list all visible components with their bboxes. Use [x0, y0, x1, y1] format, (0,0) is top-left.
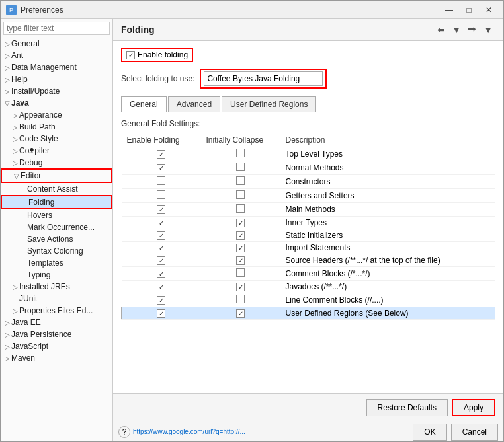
sidebar-item-install-update[interactable]: ▷ Install/Update — [1, 85, 112, 97]
sidebar-item-typing[interactable]: Typing — [1, 269, 112, 281]
sidebar-label: Save Actions — [27, 235, 73, 244]
enable-folding-checkbox[interactable] — [126, 51, 135, 59]
enable-checkbox[interactable] — [157, 219, 165, 227]
content-area: ▷ General ▷ Ant ▷ Data Management ▷ Help… — [1, 19, 503, 441]
restore-defaults-button[interactable]: Restore Defaults — [366, 399, 448, 416]
sidebar-item-folding[interactable]: Folding — [1, 195, 112, 209]
title-bar-left: P Preferences — [6, 5, 63, 15]
title-controls: — □ ✕ — [440, 3, 498, 17]
sidebar-item-appearance[interactable]: ▷ Appearance — [1, 109, 112, 121]
filter-input[interactable] — [3, 22, 110, 35]
collapse-checkbox[interactable] — [236, 204, 245, 213]
sidebar-item-help[interactable]: ▷ Help — [1, 73, 112, 85]
sidebar-item-hovers[interactable]: Hovers — [1, 209, 112, 221]
folding-dropdown-box: Coffee Bytes Java Folding — [200, 69, 327, 89]
sidebar-item-syntax-coloring[interactable]: Syntax Coloring — [1, 245, 112, 257]
help-button[interactable]: ? — [118, 426, 130, 438]
collapse-checkbox[interactable] — [236, 295, 245, 303]
enable-checkbox[interactable] — [157, 256, 165, 265]
sidebar-item-java-ee[interactable]: ▷ Java EE — [1, 316, 112, 328]
apply-button[interactable]: Apply — [452, 399, 495, 416]
sidebar-item-maven[interactable]: ▷ Maven — [1, 352, 112, 364]
sidebar-label: Content Assist — [27, 184, 78, 194]
sidebar-label: Editor — [21, 171, 41, 180]
enable-checkbox[interactable] — [157, 164, 165, 172]
sidebar-item-compiler[interactable]: ▷ Coᴥpiler — [1, 145, 112, 157]
table-row: Top Level Types — [122, 147, 495, 161]
sidebar-label: Install/Update — [11, 87, 60, 96]
enable-checkbox[interactable] — [157, 283, 165, 291]
collapse-checkbox[interactable] — [236, 283, 245, 291]
arrow-icon: ▷ — [3, 76, 11, 83]
sidebar-item-content-assist[interactable]: Content Assist — [1, 183, 112, 195]
sidebar-item-junit[interactable]: JUnit — [1, 293, 112, 305]
panel-body: Enable folding Select folding to use: Co… — [113, 41, 503, 393]
maximize-button[interactable]: □ — [460, 3, 478, 17]
sidebar-item-editor[interactable]: ▽ Editor — [1, 168, 112, 183]
sidebar-item-mark-occurrences[interactable]: Mark Occurrence... — [1, 221, 112, 233]
collapse-checkbox[interactable] — [236, 244, 245, 252]
table-row: Constructors — [122, 175, 495, 189]
cell-description: Import Statements — [280, 242, 495, 254]
arrow-expand-icon: ▽ — [13, 172, 21, 180]
enable-checkbox[interactable] — [157, 205, 165, 214]
sidebar-item-data-management[interactable]: ▷ Data Management — [1, 61, 112, 73]
collapse-checkbox[interactable] — [236, 176, 245, 185]
ok-button[interactable]: OK — [413, 424, 446, 441]
enable-folding-row: Enable folding — [121, 48, 495, 62]
sidebar-item-java[interactable]: ▽ Java — [1, 97, 112, 109]
table-row: Inner Types — [122, 217, 495, 229]
collapse-checkbox[interactable] — [236, 190, 245, 199]
cancel-button[interactable]: Cancel — [451, 424, 498, 441]
enable-checkbox[interactable] — [157, 244, 165, 252]
collapse-checkbox[interactable] — [236, 231, 245, 240]
sidebar-item-general[interactable]: ▷ General — [1, 38, 112, 50]
tab-general-label: General — [130, 100, 158, 109]
nav-forward-button[interactable]: ⮕ — [465, 23, 480, 36]
enable-checkbox[interactable] — [157, 176, 165, 185]
arrow-icon: ▷ — [3, 355, 11, 362]
collapse-checkbox[interactable] — [236, 268, 245, 277]
enable-checkbox[interactable] — [157, 190, 165, 199]
panel-header: Folding ⬅ ▼ ⮕ ▼ — [113, 19, 503, 41]
sidebar-item-properties-files[interactable]: ▷ Properties Files Ed... — [1, 305, 112, 316]
enable-checkbox[interactable] — [157, 270, 165, 278]
sidebar-item-javascript[interactable]: ▷ JavaScript — [1, 340, 112, 352]
collapse-checkbox[interactable] — [236, 219, 245, 227]
nav-dropdown-button[interactable]: ▼ — [449, 23, 464, 36]
enable-checkbox[interactable] — [157, 150, 165, 159]
sidebar-item-java-persistence[interactable]: ▷ Java Persistence — [1, 328, 112, 340]
sidebar-item-build-path[interactable]: ▷ Build Path — [1, 121, 112, 133]
nav-back-button[interactable]: ⬅ — [435, 23, 448, 36]
arrow-icon: ▷ — [11, 159, 19, 166]
table-row: Line Comment Blocks (//....) — [122, 293, 495, 307]
minimize-button[interactable]: — — [440, 3, 458, 17]
table-row: Normal Methods — [122, 161, 495, 175]
enable-folding-label: Enable folding — [138, 50, 188, 59]
enable-checkbox[interactable] — [157, 309, 165, 318]
sidebar-label: Properties Files Ed... — [19, 306, 93, 315]
sidebar-item-installed-jres[interactable]: ▷ Installed JREs — [1, 281, 112, 293]
sidebar-item-templates[interactable]: Templates — [1, 257, 112, 269]
close-button[interactable]: ✕ — [480, 3, 498, 17]
collapse-checkbox[interactable] — [236, 163, 245, 171]
sidebar-label: Appearance — [19, 110, 62, 120]
sidebar-item-save-actions[interactable]: Save Actions — [1, 233, 112, 245]
tab-user-defined-regions[interactable]: User Defined Regions — [222, 96, 316, 112]
sidebar-label: Templates — [27, 258, 63, 268]
tab-general[interactable]: General — [121, 96, 167, 112]
table-row: Main Methods — [122, 203, 495, 217]
collapse-checkbox[interactable] — [236, 256, 245, 265]
enable-checkbox[interactable] — [157, 296, 165, 305]
sidebar-item-debug[interactable]: ▷ Debug — [1, 157, 112, 168]
collapse-checkbox[interactable] — [236, 309, 245, 318]
arrow-icon: ▷ — [11, 112, 19, 119]
question-mark-icon: ? — [122, 427, 127, 437]
folding-select[interactable]: Coffee Bytes Java Folding — [204, 71, 323, 86]
collapse-checkbox[interactable] — [236, 149, 245, 157]
nav-forward-dropdown-button[interactable]: ▼ — [481, 23, 495, 36]
sidebar-item-code-style[interactable]: ▷ Code Style — [1, 133, 112, 145]
tab-advanced[interactable]: Advanced — [168, 96, 220, 112]
enable-checkbox[interactable] — [157, 231, 165, 240]
sidebar-item-ant[interactable]: ▷ Ant — [1, 50, 112, 61]
